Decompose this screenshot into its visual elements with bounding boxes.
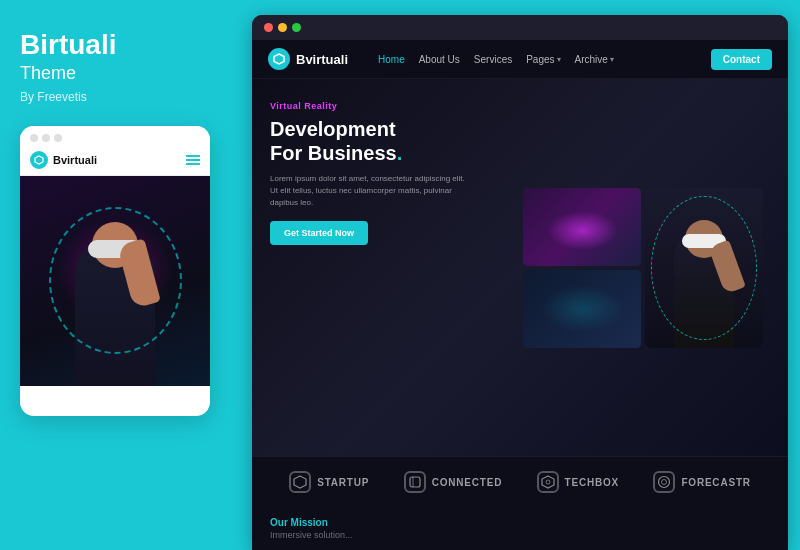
hero-img-vr-glow: [523, 188, 641, 266]
mobile-logo: Bvirtuali: [30, 151, 97, 169]
svg-marker-0: [35, 156, 43, 164]
svg-rect-3: [410, 477, 420, 487]
brand-forecastr-name: forecastr: [681, 477, 750, 488]
brand-techbox: TECHBOX: [537, 471, 620, 493]
hero-description: Lorem ipsum dolor sit amet, consectetur …: [270, 173, 470, 209]
site-navbar: Bvirtuali Home About Us Services Pages A…: [252, 40, 788, 79]
browser-dot-red: [264, 23, 273, 32]
mobile-hero-image: [20, 176, 210, 386]
nav-archive[interactable]: Archive: [575, 54, 614, 65]
brand-connected-name: CONNECTED: [432, 477, 503, 488]
hero-heading: Development For Business.: [270, 117, 481, 165]
mission-teaser: Our Mission Immersive solution...: [252, 507, 788, 550]
dashed-ring: [651, 196, 757, 340]
browser-titlebar: [252, 15, 788, 40]
hero-heading-dot: .: [397, 142, 403, 164]
browser-dot-green: [292, 23, 301, 32]
nav-contact-button[interactable]: Contact: [711, 49, 772, 70]
hero-image-grid: [523, 188, 763, 348]
svg-point-7: [659, 477, 670, 488]
hero-img-hands: [523, 270, 641, 348]
hero-heading-line2: For Business: [270, 142, 397, 164]
mobile-logo-text: Bvirtuali: [53, 154, 97, 166]
forecastr-icon: [653, 471, 675, 493]
mobile-nav: Bvirtuali: [20, 147, 210, 176]
mobile-logo-icon: [30, 151, 48, 169]
nav-services[interactable]: Services: [474, 54, 512, 65]
svg-marker-2: [294, 476, 306, 488]
site-logo-text: Bvirtuali: [296, 52, 348, 67]
hero-tag: Virtual Reality: [270, 101, 481, 111]
dashed-circle: [49, 207, 182, 354]
mobile-dot-1: [30, 134, 38, 142]
hamburger-icon[interactable]: [186, 155, 200, 165]
hero-cta-button[interactable]: Get Started Now: [270, 221, 368, 245]
hero-content: Virtual Reality Development For Business…: [252, 79, 499, 456]
browser-window: Bvirtuali Home About Us Services Pages A…: [252, 15, 788, 550]
brands-bar: STARTUP CONNECTED: [252, 456, 788, 507]
brand-connected: CONNECTED: [404, 471, 503, 493]
svg-point-6: [546, 480, 550, 484]
svg-point-8: [662, 480, 667, 485]
brand-forecastr: forecastr: [653, 471, 750, 493]
svg-marker-1: [274, 54, 284, 64]
brand-startup: STARTUP: [289, 471, 369, 493]
mission-text: Immersive solution...: [270, 530, 770, 540]
mission-label: Our Mission: [270, 517, 770, 528]
mobile-dot-2: [42, 134, 50, 142]
brand-title: Birtuali: [20, 30, 220, 61]
site-nav-links: Home About Us Services Pages Archive: [378, 54, 711, 65]
site-hero: Virtual Reality Development For Business…: [252, 79, 788, 456]
startup-icon: [289, 471, 311, 493]
connected-icon: [404, 471, 426, 493]
right-panel: Bvirtuali Home About Us Services Pages A…: [240, 0, 800, 550]
browser-dot-yellow: [278, 23, 287, 32]
hero-img-person: [645, 188, 763, 348]
hero-heading-line1: Development: [270, 118, 396, 140]
techbox-icon: [537, 471, 559, 493]
brand-startup-name: STARTUP: [317, 477, 369, 488]
mobile-dot-3: [54, 134, 62, 142]
brand-techbox-name: TECHBOX: [565, 477, 620, 488]
brand-subtitle: Theme: [20, 63, 220, 84]
vr-person: [20, 176, 210, 386]
mobile-titlebar: [20, 126, 210, 147]
svg-marker-5: [542, 476, 554, 488]
left-panel: Birtuali Theme By Freevetis Bvirtuali: [0, 0, 240, 550]
mobile-mockup: Bvirtuali: [20, 126, 210, 416]
site-logo-icon: [268, 48, 290, 70]
hero-images: [499, 79, 788, 456]
nav-pages[interactable]: Pages: [526, 54, 560, 65]
nav-home[interactable]: Home: [378, 54, 405, 65]
nav-about[interactable]: About Us: [419, 54, 460, 65]
brand-by: By Freevetis: [20, 90, 220, 104]
site-logo: Bvirtuali: [268, 48, 348, 70]
